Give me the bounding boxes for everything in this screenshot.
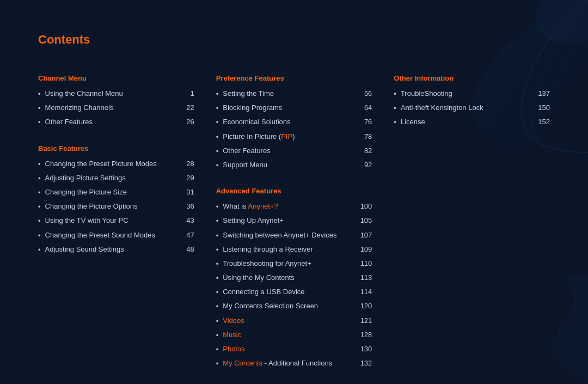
list-item: • Blocking Programs 64: [216, 103, 372, 113]
item-page: 128: [353, 330, 372, 340]
bullet-icon: •: [216, 231, 219, 241]
toc-columns: Channel Menu • Using the Channel Menu 1 …: [38, 74, 550, 384]
item-label: What is Anynet+?: [223, 202, 353, 211]
list-item: • Changing the Preset Sound Modes 47: [38, 230, 194, 241]
list-item: • Troubleshooting for Anynet+ 110: [216, 259, 372, 269]
item-label: Switching between Anynet+ Devices: [223, 230, 353, 240]
section-other-information: Other Information • TroubleShooting 137 …: [394, 74, 550, 128]
list-item: • Changing the Picture Size 31: [38, 187, 194, 198]
bullet-icon: •: [38, 188, 41, 198]
bullet-icon: •: [216, 331, 219, 340]
list-item: • TroubleShooting 137: [394, 89, 550, 99]
item-page: 114: [353, 287, 372, 297]
item-page: 130: [353, 344, 372, 354]
list-item: • Setting Up Anynet+ 105: [216, 216, 372, 226]
column-2: Preference Features • Setting the Time 5…: [216, 74, 372, 384]
item-page: 56: [353, 89, 372, 99]
list-item: • Adjusting Picture Settings 29: [38, 173, 194, 184]
list-item: • Videos 121: [216, 316, 372, 326]
item-label: Blocking Programs: [223, 103, 353, 113]
item-label: Adjusting Sound Settings: [45, 245, 175, 254]
item-page: 137: [531, 89, 550, 99]
basic-features-title: Basic Features: [38, 144, 194, 153]
item-label: Setting the Time: [223, 89, 353, 99]
list-item: • Support Menu 92: [216, 160, 372, 170]
item-page: 43: [175, 216, 194, 225]
list-item: • Changing the Picture Options 36: [38, 202, 194, 212]
item-page: 113: [353, 273, 372, 283]
item-page: 28: [175, 159, 194, 169]
bullet-icon: •: [216, 89, 219, 99]
item-page: 48: [175, 245, 194, 254]
bullet-icon: •: [38, 89, 41, 99]
item-page: 132: [353, 358, 372, 368]
advanced-features-title: Advanced Features: [216, 187, 372, 195]
item-label: Changing the Picture Size: [45, 187, 175, 197]
item-page: 78: [353, 132, 372, 142]
item-page: 120: [353, 301, 372, 311]
bullet-icon: •: [394, 118, 396, 127]
item-page: 109: [353, 245, 372, 254]
bullet-icon: •: [216, 118, 219, 127]
channel-menu-title: Channel Menu: [38, 74, 194, 82]
item-label: Memorizing Channels: [45, 103, 175, 113]
my-contents-highlight: My Contents: [223, 359, 262, 367]
list-item: • Adjusting Sound Settings 48: [38, 245, 194, 255]
bullet-icon: •: [216, 161, 219, 170]
item-page: 107: [353, 230, 372, 240]
list-item: • Music 128: [216, 330, 372, 340]
item-page: 100: [353, 202, 372, 211]
section-channel-menu: Channel Menu • Using the Channel Menu 1 …: [38, 74, 194, 128]
item-page: 1: [175, 89, 194, 99]
column-3: Other Information • TroubleShooting 137 …: [394, 74, 550, 144]
item-label: Setting Up Anynet+: [223, 216, 353, 225]
item-label-photos: Photos: [223, 344, 353, 354]
list-item: • My Contents - Additional Functions 132: [216, 358, 372, 369]
item-page: 105: [353, 216, 372, 225]
bullet-icon: •: [216, 216, 219, 226]
bullet-icon: •: [38, 174, 41, 184]
bullet-icon: •: [38, 202, 41, 212]
item-page: 110: [353, 259, 372, 269]
item-label: Adjusting Picture Settings: [45, 173, 175, 183]
item-label-music: Music: [223, 330, 353, 340]
item-label: License: [401, 117, 531, 127]
item-label: My Contents Selection Screen: [223, 301, 353, 311]
list-item: • What is Anynet+? 100: [216, 202, 372, 212]
item-label: Picture In Picture (PIP): [223, 132, 353, 142]
bullet-icon: •: [216, 359, 219, 369]
list-item: • Other Features 82: [216, 146, 372, 156]
item-page: 76: [353, 117, 372, 127]
bullet-icon: •: [216, 147, 219, 156]
bullet-icon: •: [216, 345, 219, 355]
item-page: 152: [531, 117, 550, 127]
bullet-icon: •: [216, 103, 219, 113]
item-label: Support Menu: [223, 160, 353, 170]
item-label: Changing the Preset Picture Modes: [45, 159, 175, 169]
list-item: • Memorizing Channels 22: [38, 103, 194, 113]
item-label: Other Features: [223, 146, 353, 156]
bullet-icon: •: [216, 202, 219, 212]
item-page: 31: [175, 187, 194, 197]
list-item: • Economical Solutions 76: [216, 117, 372, 127]
pip-highlight: PIP: [281, 132, 292, 141]
bullet-icon: •: [216, 245, 219, 255]
list-item: • License 152: [394, 117, 550, 127]
section-basic-features: Basic Features • Changing the Preset Pic…: [38, 144, 194, 255]
item-page: 150: [531, 103, 550, 113]
item-page: 47: [175, 230, 194, 240]
section-preference-features: Preference Features • Setting the Time 5…: [216, 74, 372, 170]
item-label: Troubleshooting for Anynet+: [223, 259, 353, 269]
list-item: • Switching between Anynet+ Devices 107: [216, 230, 372, 241]
bullet-icon: •: [216, 132, 219, 142]
bullet-icon: •: [394, 89, 396, 99]
column-1: Channel Menu • Using the Channel Menu 1 …: [38, 74, 194, 271]
bullet-icon: •: [38, 160, 41, 169]
item-page: 82: [353, 146, 372, 156]
bullet-icon: •: [38, 118, 41, 127]
list-item: • My Contents Selection Screen 120: [216, 301, 372, 312]
item-label: Using the Channel Menu: [45, 89, 175, 99]
item-page: 121: [353, 316, 372, 326]
list-item: • Using the My Contents 113: [216, 273, 372, 283]
bullet-icon: •: [216, 302, 219, 312]
